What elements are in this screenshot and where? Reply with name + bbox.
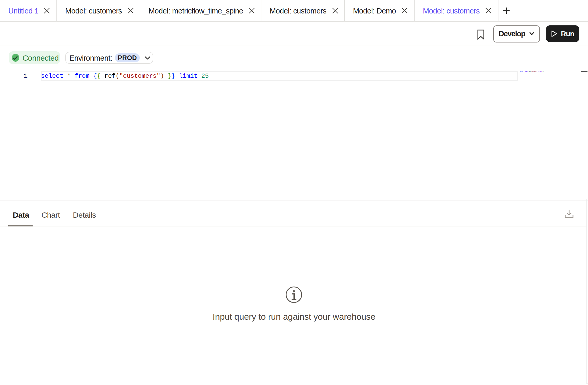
- svg-text:select * from {{ ref("customer: select * from {{ ref("customers") }} lim…: [520, 71, 543, 72]
